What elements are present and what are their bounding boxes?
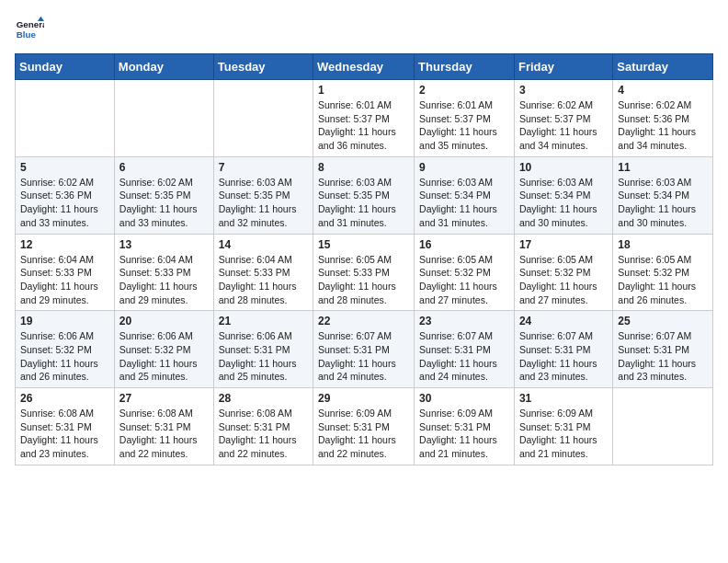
calendar-cell: 28Sunrise: 6:08 AM Sunset: 5:31 PM Dayli…	[213, 388, 313, 465]
page-header: General Blue	[15, 15, 713, 44]
day-number: 13	[119, 238, 209, 251]
day-info: Sunrise: 6:09 AM Sunset: 5:31 PM Dayligh…	[318, 407, 409, 461]
day-number: 8	[318, 161, 409, 174]
day-number: 26	[20, 392, 109, 405]
weekday-header-saturday: Saturday	[613, 54, 713, 80]
day-number: 18	[618, 238, 708, 251]
day-info: Sunrise: 6:08 AM Sunset: 5:31 PM Dayligh…	[219, 407, 308, 461]
weekday-header-friday: Friday	[514, 54, 612, 80]
day-info: Sunrise: 6:02 AM Sunset: 5:36 PM Dayligh…	[618, 98, 708, 153]
day-info: Sunrise: 6:02 AM Sunset: 5:36 PM Dayligh…	[20, 176, 109, 230]
weekday-header-sunday: Sunday	[16, 54, 115, 80]
day-number: 6	[119, 161, 209, 174]
day-info: Sunrise: 6:03 AM Sunset: 5:34 PM Dayligh…	[519, 176, 608, 230]
day-info: Sunrise: 6:02 AM Sunset: 5:37 PM Dayligh…	[519, 98, 608, 153]
day-info: Sunrise: 6:06 AM Sunset: 5:31 PM Dayligh…	[219, 329, 308, 384]
calendar-cell: 31Sunrise: 6:09 AM Sunset: 5:31 PM Dayli…	[514, 388, 612, 465]
calendar-week-row: 1Sunrise: 6:01 AM Sunset: 5:37 PM Daylig…	[16, 80, 713, 157]
day-info: Sunrise: 6:02 AM Sunset: 5:35 PM Dayligh…	[119, 176, 209, 230]
calendar-cell: 24Sunrise: 6:07 AM Sunset: 5:31 PM Dayli…	[514, 311, 612, 388]
day-info: Sunrise: 6:08 AM Sunset: 5:31 PM Dayligh…	[20, 407, 109, 461]
calendar-header-row: SundayMondayTuesdayWednesdayThursdayFrid…	[16, 54, 713, 80]
day-number: 20	[119, 315, 209, 327]
weekday-header-tuesday: Tuesday	[213, 54, 313, 80]
calendar-cell: 15Sunrise: 6:05 AM Sunset: 5:33 PM Dayli…	[313, 234, 415, 311]
calendar-cell: 18Sunrise: 6:05 AM Sunset: 5:32 PM Dayli…	[613, 234, 713, 311]
day-info: Sunrise: 6:04 AM Sunset: 5:33 PM Dayligh…	[20, 253, 109, 307]
calendar-cell: 14Sunrise: 6:04 AM Sunset: 5:33 PM Dayli…	[213, 234, 313, 311]
weekday-header-wednesday: Wednesday	[313, 54, 415, 80]
calendar-cell: 20Sunrise: 6:06 AM Sunset: 5:32 PM Dayli…	[114, 311, 213, 388]
day-info: Sunrise: 6:01 AM Sunset: 5:37 PM Dayligh…	[419, 98, 509, 153]
day-number: 7	[219, 161, 308, 174]
day-number: 11	[618, 161, 708, 174]
day-info: Sunrise: 6:05 AM Sunset: 5:32 PM Dayligh…	[419, 253, 509, 307]
day-number: 17	[519, 238, 608, 251]
day-number: 27	[119, 392, 209, 405]
day-info: Sunrise: 6:04 AM Sunset: 5:33 PM Dayligh…	[119, 253, 209, 307]
calendar-cell: 6Sunrise: 6:02 AM Sunset: 5:35 PM Daylig…	[114, 156, 213, 234]
day-info: Sunrise: 6:03 AM Sunset: 5:34 PM Dayligh…	[419, 176, 509, 230]
day-number: 2	[419, 84, 509, 97]
day-info: Sunrise: 6:03 AM Sunset: 5:34 PM Dayligh…	[618, 176, 708, 230]
day-info: Sunrise: 6:06 AM Sunset: 5:32 PM Dayligh…	[20, 329, 109, 384]
day-number: 9	[419, 161, 509, 174]
calendar-cell	[16, 80, 115, 157]
day-info: Sunrise: 6:08 AM Sunset: 5:31 PM Dayligh…	[119, 407, 209, 461]
day-number: 16	[419, 238, 509, 251]
weekday-header-monday: Monday	[114, 54, 213, 80]
calendar-cell: 30Sunrise: 6:09 AM Sunset: 5:31 PM Dayli…	[415, 388, 515, 465]
day-info: Sunrise: 6:06 AM Sunset: 5:32 PM Dayligh…	[119, 329, 209, 384]
calendar-cell: 3Sunrise: 6:02 AM Sunset: 5:37 PM Daylig…	[514, 80, 612, 157]
calendar-cell: 2Sunrise: 6:01 AM Sunset: 5:37 PM Daylig…	[415, 80, 515, 157]
calendar-cell: 10Sunrise: 6:03 AM Sunset: 5:34 PM Dayli…	[514, 156, 612, 234]
day-info: Sunrise: 6:07 AM Sunset: 5:31 PM Dayligh…	[419, 329, 509, 384]
day-number: 14	[219, 238, 308, 251]
day-number: 24	[519, 315, 608, 327]
day-info: Sunrise: 6:07 AM Sunset: 5:31 PM Dayligh…	[519, 329, 608, 384]
calendar-cell	[613, 388, 713, 465]
day-info: Sunrise: 6:05 AM Sunset: 5:32 PM Dayligh…	[618, 253, 708, 307]
calendar-cell: 22Sunrise: 6:07 AM Sunset: 5:31 PM Dayli…	[313, 311, 415, 388]
day-number: 3	[519, 84, 608, 97]
day-number: 22	[318, 315, 409, 327]
day-number: 12	[20, 238, 109, 251]
calendar-cell: 29Sunrise: 6:09 AM Sunset: 5:31 PM Dayli…	[313, 388, 415, 465]
calendar-cell: 19Sunrise: 6:06 AM Sunset: 5:32 PM Dayli…	[16, 311, 115, 388]
svg-text:Blue: Blue	[17, 29, 37, 40]
logo: General Blue	[15, 15, 48, 44]
calendar-cell: 27Sunrise: 6:08 AM Sunset: 5:31 PM Dayli…	[114, 388, 213, 465]
calendar-week-row: 26Sunrise: 6:08 AM Sunset: 5:31 PM Dayli…	[16, 388, 713, 465]
day-number: 30	[419, 392, 509, 405]
calendar-table: SundayMondayTuesdayWednesdayThursdayFrid…	[15, 53, 713, 465]
calendar-cell: 16Sunrise: 6:05 AM Sunset: 5:32 PM Dayli…	[415, 234, 515, 311]
calendar-cell: 4Sunrise: 6:02 AM Sunset: 5:36 PM Daylig…	[613, 80, 713, 157]
calendar-week-row: 19Sunrise: 6:06 AM Sunset: 5:32 PM Dayli…	[16, 311, 713, 388]
day-number: 4	[618, 84, 708, 97]
calendar-cell: 13Sunrise: 6:04 AM Sunset: 5:33 PM Dayli…	[114, 234, 213, 311]
day-number: 31	[519, 392, 608, 405]
day-info: Sunrise: 6:01 AM Sunset: 5:37 PM Dayligh…	[318, 98, 409, 153]
day-info: Sunrise: 6:05 AM Sunset: 5:33 PM Dayligh…	[318, 253, 409, 307]
day-number: 1	[318, 84, 409, 97]
day-number: 21	[219, 315, 308, 327]
weekday-header-thursday: Thursday	[415, 54, 515, 80]
day-info: Sunrise: 6:09 AM Sunset: 5:31 PM Dayligh…	[519, 407, 608, 461]
day-number: 28	[219, 392, 308, 405]
day-info: Sunrise: 6:05 AM Sunset: 5:32 PM Dayligh…	[519, 253, 608, 307]
calendar-cell: 1Sunrise: 6:01 AM Sunset: 5:37 PM Daylig…	[313, 80, 415, 157]
calendar-cell: 11Sunrise: 6:03 AM Sunset: 5:34 PM Dayli…	[613, 156, 713, 234]
calendar-cell: 21Sunrise: 6:06 AM Sunset: 5:31 PM Dayli…	[213, 311, 313, 388]
day-info: Sunrise: 6:03 AM Sunset: 5:35 PM Dayligh…	[318, 176, 409, 230]
day-number: 25	[618, 315, 708, 327]
calendar-cell	[213, 80, 313, 157]
calendar-cell: 7Sunrise: 6:03 AM Sunset: 5:35 PM Daylig…	[213, 156, 313, 234]
calendar-cell: 17Sunrise: 6:05 AM Sunset: 5:32 PM Dayli…	[514, 234, 612, 311]
day-number: 5	[20, 161, 109, 174]
calendar-cell	[114, 80, 213, 157]
day-number: 23	[419, 315, 509, 327]
logo-icon: General Blue	[15, 15, 44, 44]
day-info: Sunrise: 6:09 AM Sunset: 5:31 PM Dayligh…	[419, 407, 509, 461]
day-number: 19	[20, 315, 109, 327]
day-number: 29	[318, 392, 409, 405]
